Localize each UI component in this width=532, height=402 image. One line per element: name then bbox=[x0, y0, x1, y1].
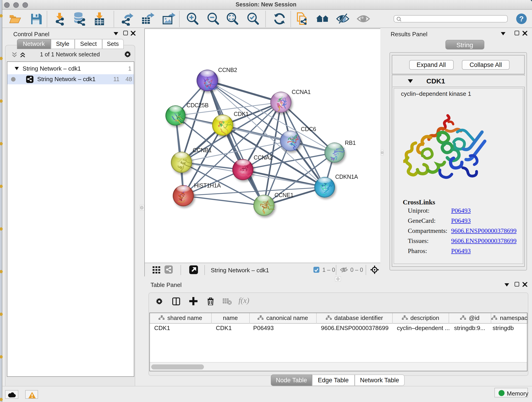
svg-text:?: ? bbox=[519, 15, 524, 23]
